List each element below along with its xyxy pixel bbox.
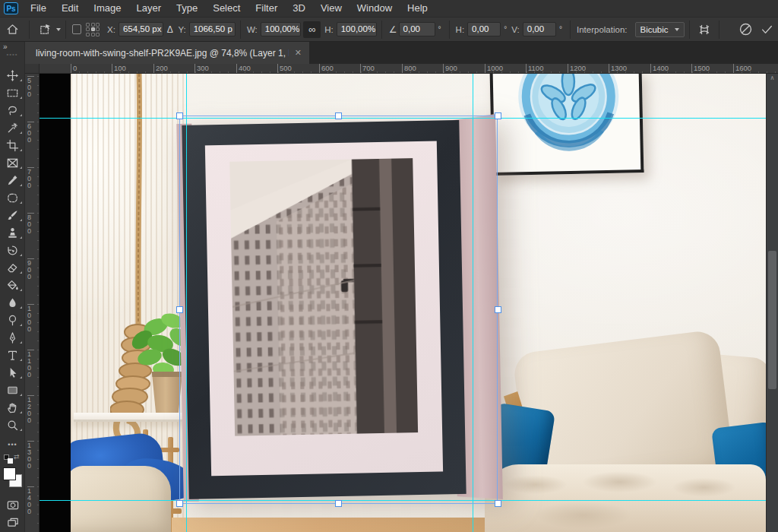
maintain-aspect-ratio-link-icon[interactable]: ∞ xyxy=(303,21,321,38)
frame-icon xyxy=(6,157,19,169)
pen-tool[interactable] xyxy=(0,329,25,347)
type-tool[interactable] xyxy=(0,347,25,364)
toolbar-grip-icon[interactable]: •••• xyxy=(0,51,24,59)
close-tab-icon[interactable]: ✕ xyxy=(295,48,302,58)
cancel-transform-icon[interactable] xyxy=(735,20,756,40)
height-field[interactable]: 100,00% xyxy=(337,22,378,36)
relative-position-delta-icon[interactable]: Δ xyxy=(163,20,176,40)
height-label: H: xyxy=(324,25,334,34)
rectangular-marquee-tool[interactable] xyxy=(0,84,25,102)
path-selection-tool[interactable] xyxy=(0,364,25,382)
transform-handle-bottom-right[interactable] xyxy=(495,500,501,507)
swing-shelf-board xyxy=(74,413,186,422)
menu-image[interactable]: Image xyxy=(86,0,128,17)
photoshop-logo-icon[interactable]: Ps xyxy=(4,2,18,14)
history-brush-tool[interactable] xyxy=(0,242,25,259)
zoom-tool[interactable] xyxy=(0,416,25,434)
degree-symbol: ° xyxy=(438,25,441,33)
hand-tool[interactable] xyxy=(0,399,25,416)
vertical-scrollbar[interactable]: ∧ xyxy=(766,74,778,532)
history-brush-icon xyxy=(6,244,19,257)
dodge-tool[interactable] xyxy=(0,312,25,329)
foreground-background-swatches[interactable] xyxy=(3,467,23,490)
tools-panel: » •••• ••• xyxy=(0,42,25,532)
width-field[interactable]: 100,00% xyxy=(261,22,302,36)
transform-handle-top-left[interactable] xyxy=(176,112,183,119)
x-label: X: xyxy=(107,25,115,34)
h-skew-field[interactable]: 0,00 xyxy=(467,22,501,36)
transform-handle-middle-left[interactable] xyxy=(176,306,183,313)
screen-mode-toggle[interactable] xyxy=(0,514,25,531)
magic-wand-tool[interactable] xyxy=(0,119,25,137)
warp-mode-icon[interactable] xyxy=(694,20,715,40)
foreground-color-swatch[interactable] xyxy=(3,467,16,480)
scroll-up-icon[interactable]: ∧ xyxy=(767,74,778,83)
quick-mask-toggle[interactable] xyxy=(0,496,25,514)
marquee-icon xyxy=(6,87,19,100)
document-tab-bar: living-room-with-swing-shelf-PR2K9AE.jpg… xyxy=(25,42,778,64)
transform-handle-top-right[interactable] xyxy=(495,112,501,119)
menu-type[interactable]: Type xyxy=(169,0,205,17)
menu-file[interactable]: File xyxy=(23,0,54,17)
menu-window[interactable]: Window xyxy=(349,0,400,17)
vertical-ruler[interactable]: 500 600 700 800 900 1000 1100 1200 1300 … xyxy=(25,74,40,532)
commit-transform-icon[interactable] xyxy=(757,20,778,40)
h-skew-label: H: xyxy=(456,25,465,34)
chevron-down-icon[interactable] xyxy=(56,28,61,31)
transform-handle-bottom-left[interactable] xyxy=(176,500,183,507)
menu-edit[interactable]: Edit xyxy=(54,0,86,17)
quick-mask-icon xyxy=(6,499,20,511)
eyedropper-icon xyxy=(6,174,19,187)
default-swap-colors[interactable]: ⇄ xyxy=(4,454,21,467)
move-tool[interactable] xyxy=(0,67,25,84)
transform-bounding-box[interactable] xyxy=(179,116,498,504)
swap-colors-icon[interactable]: ⇄ xyxy=(14,453,20,461)
menu-layer[interactable]: Layer xyxy=(129,0,169,17)
paint-bucket-icon xyxy=(6,279,19,292)
eyedropper-tool[interactable] xyxy=(0,172,25,189)
interpolation-label: Interpolation: xyxy=(577,25,628,34)
couch-seat-futon xyxy=(485,464,766,532)
paint-bucket-tool[interactable] xyxy=(0,277,25,294)
frame-tool[interactable] xyxy=(0,154,25,172)
menu-view[interactable]: View xyxy=(313,0,349,17)
transform-handle-bottom-center[interactable] xyxy=(335,500,342,507)
toggle-reference-point-checkbox[interactable] xyxy=(72,24,81,34)
menu-3d[interactable]: 3D xyxy=(285,0,313,17)
edit-toolbar-ellipsis-icon[interactable]: ••• xyxy=(0,435,25,453)
interpolation-select[interactable]: Bicubic xyxy=(635,22,685,37)
transform-handle-top-center[interactable] xyxy=(335,112,342,119)
transform-handle-middle-right[interactable] xyxy=(495,306,501,313)
blur-icon xyxy=(6,296,19,309)
crop-tool[interactable] xyxy=(0,137,25,154)
v-skew-field[interactable]: 0,00 xyxy=(523,22,556,36)
y-position-field[interactable]: 1066,50 p xyxy=(189,22,236,36)
rectangle-tool[interactable] xyxy=(0,382,25,399)
menu-help[interactable]: Help xyxy=(400,0,435,17)
healing-patch-tool[interactable] xyxy=(0,189,25,207)
horizontal-ruler[interactable]: 0 100 200 300 400 500 600 700 800 900 10… xyxy=(40,64,778,74)
x-position-field[interactable]: 654,50 px xyxy=(119,22,163,36)
rotation-field[interactable]: 0,00 xyxy=(399,22,435,36)
path-selection-icon xyxy=(6,366,19,379)
eraser-tool[interactable] xyxy=(0,259,25,277)
toolbar-collapse-icon[interactable]: » xyxy=(0,42,24,51)
zoom-icon xyxy=(6,419,19,432)
pen-icon xyxy=(6,331,19,344)
home-icon[interactable] xyxy=(0,20,24,40)
transform-preset-icon[interactable] xyxy=(34,20,55,40)
menu-select[interactable]: Select xyxy=(205,0,248,17)
brush-tool[interactable] xyxy=(0,207,25,224)
lasso-tool[interactable] xyxy=(0,102,25,119)
document-tab[interactable]: living-room-with-swing-shelf-PR2K9AE.jpg… xyxy=(25,42,309,64)
eraser-icon xyxy=(6,261,19,274)
clone-stamp-tool[interactable] xyxy=(0,224,25,242)
rotate-angle-icon: ∠ xyxy=(387,20,398,40)
menu-filter[interactable]: Filter xyxy=(248,0,285,17)
degree-symbol: ° xyxy=(559,25,562,33)
document-canvas[interactable] xyxy=(40,74,766,532)
menu-bar: Ps File Edit Image Layer Type Select Fil… xyxy=(0,0,778,17)
reference-point-locator[interactable] xyxy=(86,23,100,36)
blur-tool[interactable] xyxy=(0,294,25,312)
scrollbar-thumb[interactable] xyxy=(768,251,776,389)
